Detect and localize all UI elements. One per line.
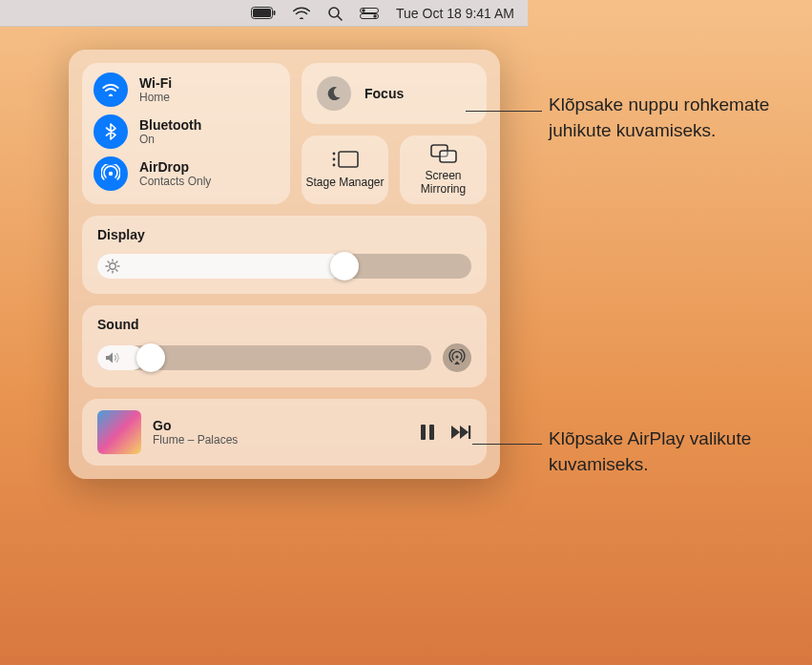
next-track-button[interactable] xyxy=(450,425,471,440)
sound-title: Sound xyxy=(97,317,471,332)
svg-point-25 xyxy=(455,355,458,358)
svg-rect-1 xyxy=(253,9,271,17)
svg-rect-10 xyxy=(339,152,358,167)
sound-card: Sound xyxy=(82,305,487,387)
battery-icon[interactable] xyxy=(251,7,276,19)
wifi-status: Home xyxy=(139,91,172,104)
callout-focus: Klõpsake nuppu rohkemate juhikute kuvami… xyxy=(549,93,806,143)
now-playing-card[interactable]: Go Flume – Palaces xyxy=(82,399,487,466)
stage-manager-button[interactable]: Stage Manager xyxy=(302,135,388,204)
svg-point-13 xyxy=(332,163,335,166)
svg-point-9 xyxy=(109,172,113,176)
stage-manager-label: Stage Manager xyxy=(305,177,384,190)
menu-bar-datetime[interactable]: Tue Oct 18 9:41 AM xyxy=(396,6,514,21)
connectivity-card: Wi-Fi Home Bluetooth On AirDrop xyxy=(82,63,290,204)
airdrop-toggle[interactable]: AirDrop Contacts Only xyxy=(94,156,279,191)
airdrop-icon xyxy=(94,156,128,191)
bluetooth-icon xyxy=(94,114,128,149)
svg-rect-27 xyxy=(429,425,434,440)
airdrop-status: Contacts Only xyxy=(139,175,211,188)
bluetooth-label: Bluetooth xyxy=(139,117,201,133)
display-title: Display xyxy=(97,227,471,242)
airplay-icon xyxy=(448,349,466,366)
screen-mirroring-button[interactable]: Screen Mirroring xyxy=(400,135,487,204)
moon-icon xyxy=(317,76,351,111)
svg-line-23 xyxy=(108,269,109,270)
display-slider[interactable] xyxy=(97,254,471,279)
wifi-label: Wi-Fi xyxy=(139,75,172,91)
pause-button[interactable] xyxy=(420,424,435,441)
callout-leader-2 xyxy=(472,444,542,445)
focus-label: Focus xyxy=(364,86,404,101)
svg-line-21 xyxy=(108,261,109,262)
svg-point-11 xyxy=(332,152,335,155)
wifi-menubar-icon[interactable] xyxy=(293,7,310,19)
airplay-audio-button[interactable] xyxy=(443,343,471,372)
svg-point-12 xyxy=(332,157,335,160)
svg-line-24 xyxy=(116,261,117,262)
svg-point-16 xyxy=(110,262,115,268)
callout-airplay: Klõpsake AirPlay valikute kuvamiseks. xyxy=(549,426,806,477)
brightness-icon xyxy=(105,259,120,274)
display-card: Display xyxy=(82,216,487,294)
svg-point-8 xyxy=(373,14,376,17)
spotlight-icon[interactable] xyxy=(327,6,343,21)
control-center-panel: Wi-Fi Home Bluetooth On AirDrop xyxy=(69,50,500,479)
screen-mirroring-label: Screen Mirroring xyxy=(404,170,483,197)
svg-rect-15 xyxy=(440,151,456,162)
stage-manager-icon xyxy=(331,150,360,171)
track-title: Go xyxy=(153,418,408,433)
volume-icon xyxy=(105,351,120,364)
svg-rect-2 xyxy=(274,10,276,15)
control-center-menubar-icon[interactable] xyxy=(360,8,379,19)
focus-button[interactable]: Focus xyxy=(302,63,487,124)
album-art xyxy=(97,410,141,454)
bluetooth-toggle[interactable]: Bluetooth On xyxy=(94,114,279,149)
screen-mirroring-icon xyxy=(429,143,458,164)
svg-rect-28 xyxy=(468,426,470,439)
callout-leader-1 xyxy=(466,111,542,112)
wifi-toggle[interactable]: Wi-Fi Home xyxy=(94,73,279,107)
airdrop-label: AirDrop xyxy=(139,159,211,175)
wifi-icon xyxy=(94,73,128,107)
svg-line-4 xyxy=(338,16,342,20)
sound-slider[interactable] xyxy=(97,345,431,370)
menu-bar: Tue Oct 18 9:41 AM xyxy=(0,0,528,27)
track-artist: Flume – Palaces xyxy=(153,433,408,447)
bluetooth-status: On xyxy=(139,133,201,146)
svg-line-22 xyxy=(116,269,117,270)
svg-point-6 xyxy=(362,9,364,11)
svg-rect-26 xyxy=(421,425,426,440)
